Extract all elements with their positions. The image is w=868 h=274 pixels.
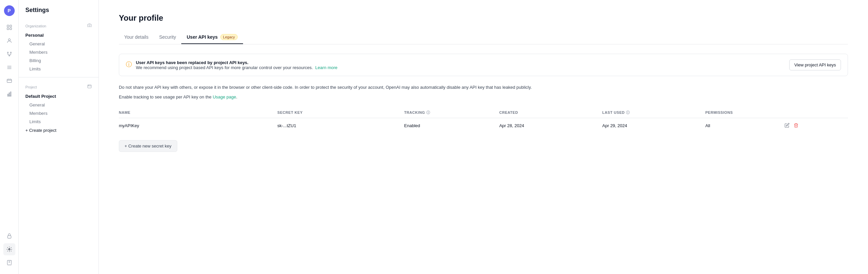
legacy-badge: Legacy (220, 34, 237, 40)
home-icon[interactable] (3, 21, 16, 33)
learn-more-link[interactable]: Learn more (315, 65, 337, 70)
col-header-last-used: LAST USED ⓘ (602, 108, 705, 118)
col-header-name: NAME (119, 108, 277, 118)
sidebar-item-general-project[interactable]: General (19, 101, 98, 109)
project-icon (87, 84, 92, 90)
create-new-secret-key-button[interactable]: + Create new secret key (119, 140, 177, 152)
svg-rect-24 (88, 85, 91, 88)
info-icon: ⓘ (126, 60, 132, 68)
sidebar-item-members-project[interactable]: Members (19, 109, 98, 118)
svg-rect-19 (10, 92, 11, 96)
usage-page-link[interactable]: Usage page (213, 94, 236, 99)
default-project-title: Default Project (19, 92, 98, 101)
svg-point-21 (8, 249, 10, 250)
cell-permissions: All (705, 118, 784, 133)
settings-icon[interactable] (3, 243, 16, 255)
col-header-created: CREATED (499, 108, 602, 118)
organization-icon (87, 23, 92, 29)
book-icon[interactable] (3, 257, 16, 269)
edit-key-icon[interactable] (784, 123, 789, 129)
avatar[interactable]: P (4, 5, 15, 16)
svg-rect-18 (9, 93, 9, 96)
sidebar-item-limits-personal[interactable]: Limits (19, 65, 98, 73)
cell-secret-key: sk-...tZU1 (277, 118, 404, 133)
svg-rect-17 (7, 94, 8, 96)
list-icon[interactable] (3, 61, 16, 73)
svg-rect-3 (10, 28, 11, 30)
notice-text-1: Do not share your API key with others, o… (119, 84, 848, 91)
info-banner: ⓘ User API keys have been replaced by pr… (119, 54, 848, 76)
svg-line-10 (8, 55, 9, 55)
sidebar-item-limits-project[interactable]: Limits (19, 118, 98, 126)
view-project-api-keys-button[interactable]: View project API keys (789, 59, 841, 70)
col-header-permissions: PERMISSIONS (705, 108, 784, 118)
sidebar: Settings Organization Personal General M… (19, 0, 99, 274)
last-used-info-icon: ⓘ (626, 111, 630, 115)
svg-point-5 (7, 52, 8, 53)
box-icon[interactable] (3, 75, 16, 87)
delete-key-icon[interactable] (794, 123, 799, 129)
table-row: myAPIKey sk-...tZU1 Enabled Apr 28, 2024… (119, 118, 848, 133)
svg-rect-20 (7, 236, 11, 238)
svg-rect-15 (7, 80, 12, 83)
col-header-secret-key: SECRET KEY (277, 108, 404, 118)
main-content: Your profile Your details Security User … (99, 0, 868, 274)
tab-security[interactable]: Security (154, 31, 182, 44)
svg-point-4 (8, 39, 10, 41)
banner-text: User API keys have been replaced by proj… (136, 60, 338, 70)
chart-icon[interactable] (3, 88, 16, 100)
page-title: Your profile (119, 13, 848, 23)
cell-created: Apr 28, 2024 (499, 118, 602, 133)
banner-body: We recommend using project based API key… (136, 65, 338, 70)
svg-rect-1 (10, 25, 11, 27)
cell-tracking: Enabled (404, 118, 499, 133)
action-icons (784, 123, 844, 129)
cell-last-used: Apr 29, 2024 (602, 118, 705, 133)
api-keys-table: NAME SECRET KEY TRACKING ⓘ CREATED LAST … (119, 108, 848, 133)
user-icon[interactable] (3, 35, 16, 47)
banner-left: ⓘ User API keys have been replaced by pr… (126, 60, 338, 70)
personal-group-title: Personal (19, 31, 98, 40)
tab-user-api-keys[interactable]: User API keys Legacy (181, 31, 243, 44)
col-header-actions (784, 108, 848, 118)
sidebar-title: Settings (19, 7, 98, 20)
cell-actions (784, 118, 848, 133)
tabs-bar: Your details Security User API keys Lega… (119, 31, 848, 44)
col-header-tracking: TRACKING ⓘ (404, 108, 499, 118)
svg-rect-0 (7, 25, 9, 27)
sidebar-item-billing[interactable]: Billing (19, 56, 98, 65)
tab-your-details[interactable]: Your details (119, 31, 154, 44)
tracking-info-icon: ⓘ (426, 111, 430, 115)
sidebar-item-members-personal[interactable]: Members (19, 48, 98, 56)
lock-icon[interactable] (3, 230, 16, 242)
table-header-row: NAME SECRET KEY TRACKING ⓘ CREATED LAST … (119, 108, 848, 118)
svg-point-6 (10, 52, 11, 53)
banner-title: User API keys have been replaced by proj… (136, 60, 338, 65)
project-section: Project (19, 82, 98, 91)
svg-point-7 (9, 55, 10, 56)
organization-section: Organization (19, 20, 98, 30)
fork-icon[interactable] (3, 48, 16, 60)
create-project-button[interactable]: + Create project (19, 126, 98, 135)
icon-rail: P (0, 0, 19, 274)
svg-line-11 (9, 55, 11, 55)
sidebar-item-general-personal[interactable]: General (19, 40, 98, 48)
cell-name: myAPIKey (119, 118, 277, 133)
svg-rect-2 (7, 28, 9, 30)
notice-text-2: Enable tracking to see usage per API key… (119, 94, 848, 101)
